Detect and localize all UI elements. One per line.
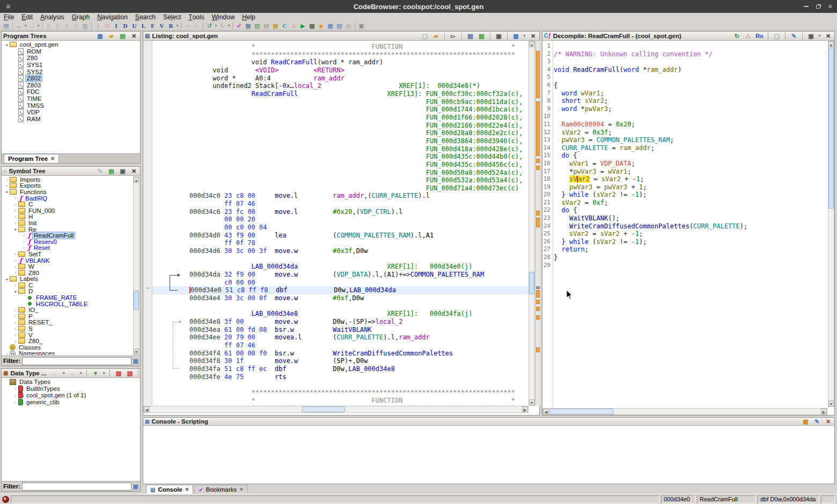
expand-handle-icon[interactable]: ○ bbox=[12, 308, 18, 312]
listing-line[interactable]: word * A0:4 ram_addr bbox=[152, 75, 528, 83]
decompile-line[interactable]: 14 CURR_PALETTE = ram_addr; bbox=[542, 144, 827, 152]
scroll-down-icon[interactable]: ▼ bbox=[828, 401, 834, 406]
decompile-header[interactable]: Cƒ Decompile: ReadCramFull - (cool_spot.… bbox=[542, 32, 834, 41]
tree-item-hscroll-table[interactable]: HSCROLL_TABLE bbox=[2, 301, 133, 307]
change-marker[interactable] bbox=[536, 300, 540, 304]
edit-icon[interactable]: ✎ bbox=[96, 167, 105, 175]
expand-handle-icon[interactable]: ● bbox=[12, 290, 18, 293]
listing-line[interactable]: FUN_000cb9ac:000d11da(c), bbox=[152, 98, 528, 106]
close-icon[interactable]: ✕ bbox=[528, 32, 538, 40]
listing-line[interactable] bbox=[152, 302, 528, 310]
tree-item-z80-[interactable]: ○Z80_ bbox=[2, 338, 133, 344]
decompile-line[interactable]: 4void ReadCramFull(word *ram_addr) bbox=[542, 66, 827, 74]
listing-line[interactable]: FUN_000d435c:000d44b0(c), bbox=[152, 153, 528, 161]
listing-line[interactable]: LAB_000d34da XREF[1]: 000d34e0(j) bbox=[152, 263, 528, 271]
export-icon[interactable]: ▤ bbox=[107, 167, 116, 175]
tree-item-namespaces[interactable]: ○ONamespaces bbox=[2, 351, 133, 355]
tree-item-cool-spot-gen-1-of-1-[interactable]: ○cool_spot.gen (1 of 1) bbox=[2, 392, 140, 399]
close-tab-icon[interactable]: ✕ bbox=[239, 487, 244, 492]
back-icon[interactable]: ← bbox=[50, 369, 60, 377]
copy-icon[interactable]: ▢ bbox=[772, 32, 781, 40]
decompile-line[interactable]: 24 WriteCramDiffusedCommonPalettes(CURR_… bbox=[542, 223, 827, 231]
decompile-line[interactable]: 19 pwVar3 = pwVar3 + 1; bbox=[542, 183, 827, 191]
graph-icon[interactable]: ∴ bbox=[744, 32, 753, 40]
expand-handle-icon[interactable]: ○ bbox=[4, 352, 10, 355]
tree-item-c[interactable]: ○C bbox=[2, 201, 133, 207]
symbol-tree-scrollbar[interactable]: ▲ ▼ bbox=[133, 176, 140, 355]
scroll-left-icon[interactable]: ◀ bbox=[144, 406, 150, 412]
tree-item-badirq[interactable]: ○ƒBadIRQ bbox=[2, 195, 133, 202]
copy-icon[interactable]: ▯ bbox=[62, 21, 71, 30]
expand-handle-icon[interactable]: ○ bbox=[12, 203, 18, 206]
listing-line[interactable]: 000d34d6 30 3c 00 3f move.w #0x3f,D0w bbox=[152, 247, 528, 255]
listing-line[interactable]: void ReadCramFull(word * ram_addr) bbox=[152, 58, 528, 66]
tree-item-data-types[interactable]: Data Types bbox=[2, 379, 140, 386]
expand-handle-icon[interactable]: ○ bbox=[12, 321, 18, 324]
ghidra-status-icon[interactable] bbox=[2, 496, 9, 503]
open-folder-icon[interactable]: ▰ bbox=[107, 32, 116, 40]
edit-icon[interactable]: ✎ bbox=[812, 417, 821, 426]
listing-line[interactable]: ****************************************… bbox=[152, 51, 528, 59]
tree-item-init[interactable]: ○Init bbox=[2, 220, 133, 226]
snapshot-icon[interactable]: ▣ bbox=[494, 32, 503, 40]
change-marker[interactable] bbox=[536, 286, 540, 289]
listing-line[interactable]: 000d34ee 20 79 00 movea.l (CURR_PALETTE)… bbox=[152, 333, 528, 342]
expand-handle-icon[interactable]: ○ bbox=[12, 271, 18, 275]
program-tree-tab[interactable]: Program Tree ✕ bbox=[4, 154, 59, 163]
change-marker[interactable] bbox=[536, 218, 540, 227]
tree-item-re[interactable]: ●Re bbox=[2, 226, 133, 233]
data-types-filter-input[interactable] bbox=[22, 483, 131, 491]
close-icon[interactable]: ✕ bbox=[824, 417, 833, 426]
expand-handle-icon[interactable]: ○ bbox=[12, 258, 18, 262]
listing-line[interactable]: 000d34c6 23 fc 00 move.l #0x20,(VDP_CTRL… bbox=[152, 208, 528, 216]
console-output[interactable] bbox=[143, 426, 834, 484]
window-icon[interactable]: ▦ bbox=[96, 32, 105, 40]
decompile-line[interactable]: 16 wVar1 = VDP_DATA; bbox=[542, 160, 827, 168]
tree-arrows-icon[interactable]: ▼ bbox=[91, 369, 100, 377]
expand-handle-icon[interactable]: ○ bbox=[21, 246, 27, 250]
listing-line[interactable]: ReadCramFull XREF[13]: FUN_000cf30c:000c… bbox=[152, 90, 528, 98]
listing-header[interactable]: ▤ Listing: cool_spot.gen ▢▰▻▤▨▣▦▾✕ bbox=[143, 32, 539, 41]
data-type-manager-header[interactable]: ▦ Data Type ... ←▾→▾▼▾▧▧▣▾✕ bbox=[2, 369, 140, 378]
expand-handle-icon[interactable]: ○ bbox=[12, 333, 18, 337]
listing-line[interactable]: ff 0f 78 bbox=[152, 239, 528, 247]
back-icon[interactable]: ← bbox=[14, 21, 24, 30]
cursor-arrow-icon[interactable]: ▻ bbox=[449, 32, 458, 40]
scroll-left-icon[interactable]: ◀ bbox=[543, 409, 549, 414]
data-type-d[interactable]: D bbox=[121, 21, 130, 30]
tree-item-z803[interactable]: Z803 bbox=[2, 82, 140, 89]
redo-icon[interactable]: ↻ bbox=[218, 21, 227, 30]
checksum-icon[interactable]: C bbox=[280, 21, 289, 30]
diff-view-icon[interactable]: ▨ bbox=[477, 32, 486, 40]
decompile-line[interactable]: 9 word *pwVar3; bbox=[542, 105, 827, 113]
tree-item-d[interactable]: ●D bbox=[2, 288, 133, 295]
scroll-down-icon[interactable]: ▼ bbox=[134, 349, 139, 354]
change-marker[interactable] bbox=[536, 315, 540, 320]
listing-line[interactable]: FUN_000d435c:000d456c(c), bbox=[152, 161, 528, 169]
expand-handle-icon[interactable]: ○ bbox=[12, 387, 18, 390]
menu-file[interactable]: File bbox=[0, 13, 18, 21]
filter-gear-icon[interactable]: ▣ bbox=[133, 358, 138, 365]
dropdown-icon[interactable]: ▾ bbox=[175, 24, 179, 28]
refresh-icon[interactable]: ↻ bbox=[732, 32, 741, 40]
data-type-b[interactable]: B bbox=[166, 21, 175, 30]
expand-handle-icon[interactable]: ○ bbox=[12, 401, 18, 404]
tree-item-sys1[interactable]: SYS1 bbox=[2, 62, 140, 69]
tree-item-p[interactable]: ○P bbox=[2, 313, 133, 320]
scroll-down-icon[interactable]: ▼ bbox=[529, 399, 534, 405]
expand-handle-icon[interactable]: ○ bbox=[12, 327, 18, 331]
listing-marker-strip[interactable] bbox=[535, 41, 540, 406]
expand-handle-icon[interactable]: ○ bbox=[12, 394, 18, 397]
restore-button[interactable] bbox=[816, 5, 820, 9]
expand-handle-icon[interactable]: ○ bbox=[12, 252, 18, 256]
listing-line[interactable]: FUN_000d1f66:000d2028(c), bbox=[152, 114, 528, 122]
tree-item-z80[interactable]: ○Z80 bbox=[2, 270, 133, 276]
listing-line[interactable]: 00 c0 00 04 bbox=[152, 224, 528, 232]
edit-fields-icon[interactable]: ▤ bbox=[466, 32, 475, 40]
tree-item-labels[interactable]: ●Labels bbox=[2, 276, 133, 283]
filter-off-icon[interactable]: ▧ bbox=[114, 369, 123, 377]
listing-line[interactable]: 000d34e0 51 c8 ff f8 dbf D0w,LAB_000d34d… bbox=[152, 286, 528, 294]
tree-item-reserv0[interactable]: ○ƒReserv0 bbox=[2, 239, 133, 245]
tree-item-z80[interactable]: Z80 bbox=[2, 55, 140, 62]
tree-item-frame-rate[interactable]: FRAME_RATE bbox=[2, 294, 133, 301]
